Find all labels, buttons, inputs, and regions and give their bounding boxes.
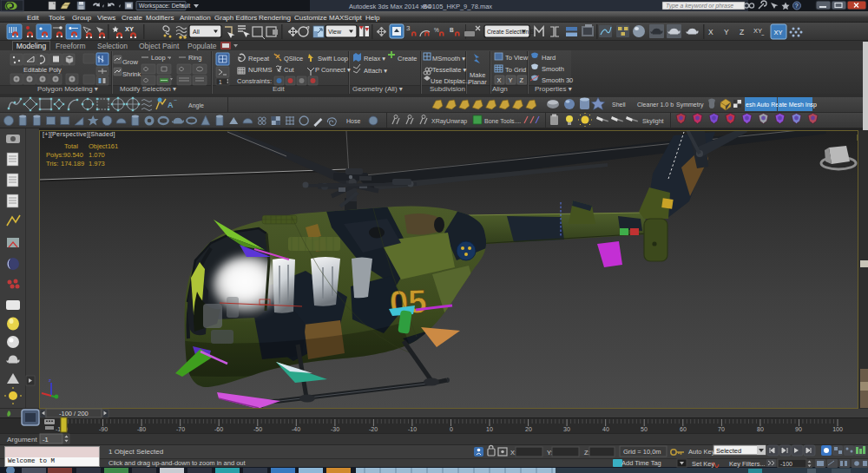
svg-text:-40: -40 [292,426,300,432]
svg-text:-70: -70 [176,426,185,432]
svg-text:-90: -90 [99,426,108,432]
svg-text:70: 70 [718,426,725,432]
svg-text:-80: -80 [137,426,146,432]
svg-text:30: 30 [563,426,570,432]
svg-text:0: 0 [450,426,453,432]
svg-text:Selected: Selected [716,447,741,455]
svg-text:80: 80 [757,426,764,432]
svg-text:-1: -1 [43,436,49,443]
svg-text:90: 90 [795,426,802,432]
svg-text:-100: -100 [780,461,792,467]
svg-text:10: 10 [486,426,493,432]
svg-text:-100 / 200: -100 / 200 [59,410,89,417]
svg-text:20: 20 [525,426,532,432]
svg-text:-30: -30 [331,426,339,432]
svg-text:40: 40 [602,426,609,432]
svg-text:60: 60 [680,426,687,432]
svg-text:-20: -20 [369,426,378,432]
svg-text:100: 100 [832,426,843,432]
svg-text:-10: -10 [408,426,417,432]
svg-text:-60: -60 [214,426,223,432]
svg-text:-50: -50 [253,426,262,432]
svg-text:50: 50 [641,426,648,432]
